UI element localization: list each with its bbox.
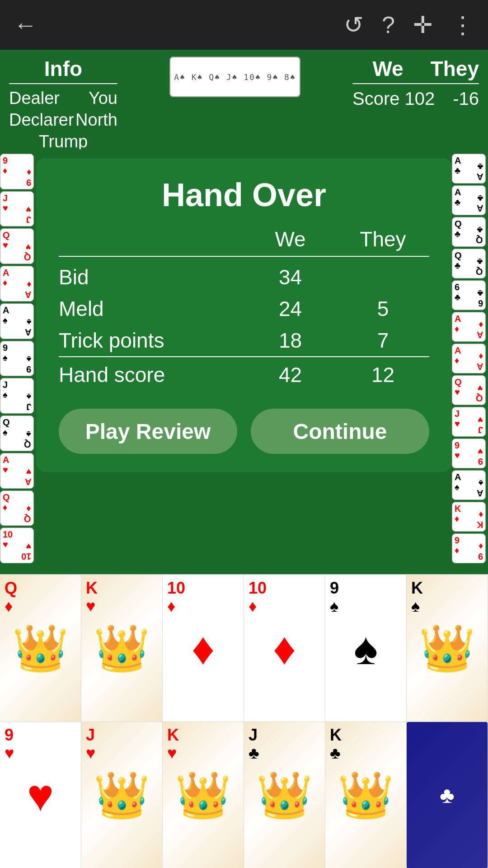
dealer-value: You [89, 89, 117, 108]
meld-label: Meld [59, 297, 244, 321]
bottom-card-10: K ♣ 👑 [325, 722, 407, 868]
left-card-10: 10♥ 10♥ [0, 528, 34, 563]
right-card-5: A♦ A♦ [452, 312, 486, 342]
left-card-7: Q♠ Q♠ [0, 415, 34, 451]
right-card-3: Q♣ Q♣ [452, 249, 486, 278]
help-icon[interactable]: ? [382, 11, 395, 38]
score-row: Score 102 -16 [352, 89, 479, 109]
left-card-2: Q♥ Q♥ [0, 228, 34, 264]
hand-over-title: Hand Over [59, 176, 429, 213]
col-we-header: We [244, 227, 337, 251]
center-cards: A♠ K♠ Q♠ J♠ 10♠ 9♠ 8♠ [127, 52, 343, 102]
meld-we: 24 [244, 297, 337, 321]
left-card-6: J♠ J♠ [0, 378, 34, 414]
score-panel: We They Score 102 -16 [343, 50, 488, 116]
bottom-card-4: 9 ♠ ♠ [325, 575, 407, 722]
trick-label: Trick points [59, 328, 244, 353]
bottom-card-3: 10 ♦ ♦ [244, 575, 325, 722]
back-icon[interactable]: ← [14, 11, 37, 38]
continue-button[interactable]: Continue [251, 409, 429, 454]
bottom-card-5: K ♠ 👑 [407, 575, 488, 722]
bottom-card-6: 9 ♥ ♥ [0, 722, 81, 868]
right-card-2: Q♣ Q♣ [452, 217, 486, 247]
top-bar: ← ↺ ? ✛ ⋮ [0, 0, 488, 50]
game-area: 9♦ 9♦ J♥ J♥ Q♥ Q♥ A♦ A♦ A♠ A♠ 9♠ 9♠ J♠ J… [0, 149, 488, 565]
hand-score-label: Hand score [59, 363, 244, 387]
trick-we: 18 [244, 328, 337, 353]
right-card-6: A♦ A♦ [452, 344, 486, 373]
add-icon[interactable]: ✛ [413, 11, 433, 38]
bottom-card-1: K ♥ 👑 [81, 575, 163, 722]
trick-they: 7 [337, 328, 429, 353]
hand-over-table: We They Bid 34 Meld 24 5 Trick points 18… [59, 227, 429, 391]
we-header: We [372, 57, 403, 81]
bottom-card-9: J ♣ 👑 [244, 722, 325, 868]
col-label-header [59, 227, 244, 251]
trump-label: Trump [9, 132, 117, 151]
right-card-8: J♥ J♥ [452, 407, 486, 437]
right-card-4: 6♣ 6♣ [452, 280, 486, 310]
left-card-9: Q♦ Q♦ [0, 491, 34, 526]
card-backs: A♠ K♠ Q♠ J♠ 10♠ 9♠ 8♠ [169, 57, 300, 97]
undo-icon[interactable]: ↺ [344, 11, 364, 38]
declarer-value: North [75, 110, 117, 130]
trick-row: Trick points 18 7 [59, 325, 429, 356]
right-cards: A♣ A♣ A♣ A♣ Q♣ Q♣ Q♣ Q♣ 6♣ 6♣ A♦ A♦ A♦ A… [452, 149, 488, 565]
col-they-header: They [337, 227, 429, 251]
dealer-row: Dealer You [9, 89, 117, 108]
hand-over-dialog: Hand Over We They Bid 34 Meld 24 5 Trick… [36, 158, 452, 472]
dealer-label: Dealer [9, 89, 60, 108]
right-card-10: A♠ A♠ [452, 470, 486, 500]
table-header-row: We They [59, 227, 429, 257]
bid-they [337, 265, 429, 289]
right-card-1: A♣ A♣ [452, 185, 486, 215]
left-card-5: 9♠ 9♠ [0, 341, 34, 377]
bid-we: 34 [244, 265, 337, 289]
left-card-1: J♥ J♥ [0, 191, 34, 227]
right-card-9: 9♥ 9♥ [452, 439, 486, 468]
left-card-3: A♦ A♦ [0, 266, 34, 302]
hand-score-they: 12 [337, 363, 429, 387]
bottom-card-2: 10 ♦ ♦ [163, 575, 244, 722]
score-header: We They [352, 57, 479, 84]
bottom-card-0: Q ♦ 👑 [0, 575, 81, 722]
hand-score-row: Hand score 42 12 [59, 356, 429, 391]
bottom-cards-area: Q ♦ 👑 K ♥ 👑 10 ♦ ♦ 10 ♦ ♦ 9 ♠ ♠ K ♠ 👑 9 … [0, 574, 488, 868]
left-cards: 9♦ 9♦ J♥ J♥ Q♥ Q♥ A♦ A♦ A♠ A♠ 9♠ 9♠ J♠ J… [0, 149, 36, 565]
bid-label: Bid [59, 265, 244, 289]
meld-they: 5 [337, 297, 429, 321]
bid-row: Bid 34 [59, 261, 429, 293]
declarer-row: Declarer North [9, 110, 117, 130]
hand-score-we: 42 [244, 363, 337, 387]
we-score: 102 [404, 89, 435, 109]
they-score: -16 [453, 89, 479, 109]
menu-icon[interactable]: ⋮ [451, 11, 474, 38]
info-title: Info [9, 57, 117, 84]
dialog-buttons: Play Review Continue [59, 409, 429, 454]
left-card-8: A♥ A♥ [0, 453, 34, 489]
score-label: Score [352, 89, 400, 109]
left-card-0: 9♦ 9♦ [0, 154, 34, 189]
right-card-0: A♣ A♣ [452, 154, 486, 184]
bottom-card-11: ♣ [407, 722, 488, 868]
declarer-label: Declarer [9, 110, 74, 130]
bottom-card-7: J ♥ 👑 [81, 722, 163, 868]
they-header: They [431, 57, 479, 81]
meld-row: Meld 24 5 [59, 293, 429, 325]
play-review-button[interactable]: Play Review [59, 409, 237, 454]
info-bar: Info Dealer You Declarer North Trump ♣ A… [0, 50, 488, 149]
right-card-12: 9♦ 9♦ [452, 533, 486, 563]
left-card-4: A♠ A♠ [0, 303, 34, 339]
right-card-11: K♦ K♦ [452, 502, 486, 532]
bottom-card-8: K ♥ 👑 [163, 722, 244, 868]
right-card-7: Q♥ Q♥ [452, 375, 486, 405]
